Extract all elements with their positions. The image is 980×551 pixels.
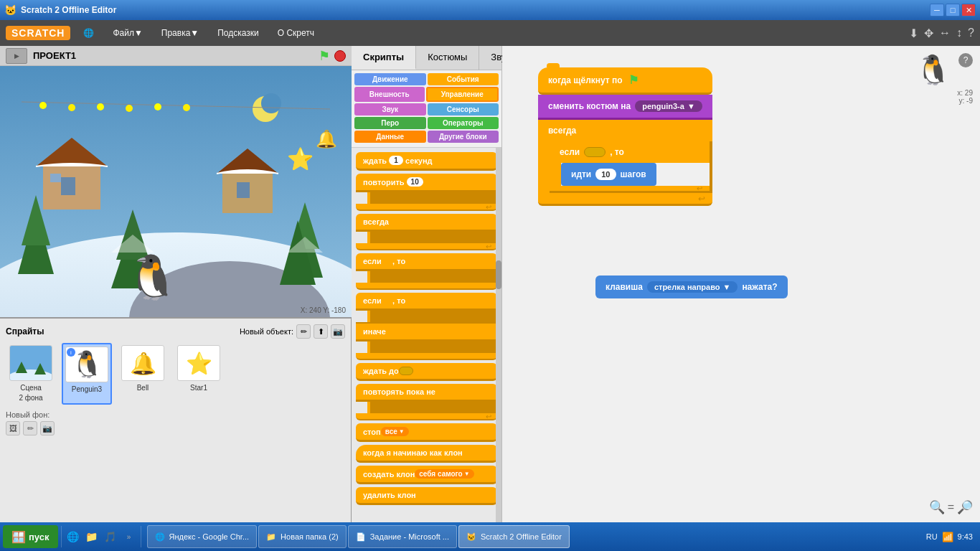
svg-rect-14 [61,177,75,195]
when-flag-block[interactable]: когда щёлкнут по ⚑ [538,67,712,95]
tips-menu[interactable]: Подсказки [212,25,265,41]
block-repeat-until-group: повторять пока не ↩ [356,384,497,420]
cat-pen-button[interactable]: Перо [354,117,426,129]
block-wait[interactable]: ждать 1 секунд [356,152,497,171]
svg-point-7 [68,104,75,111]
sprite-item-penguin[interactable]: 🐧 i Penguin3 [62,343,112,405]
cat-operators-button[interactable]: Операторы [428,117,499,129]
zoom-in-button[interactable]: 🔍 [929,499,945,515]
taskbar-divider-2 [141,526,141,547]
backdrop-camera-button[interactable]: 📷 [40,421,55,435]
key-pressed-block[interactable]: клавиша стрелка направо ▼ нажата? [595,276,788,298]
set-costume-text: сменить костюм на [548,101,631,111]
new-backdrop-label: Новый фон: [6,410,50,419]
move-icon[interactable]: ✥ [924,27,933,40]
cat-looks-button[interactable]: Внешность [354,87,425,102]
file-menu[interactable]: Файл▼ [107,25,148,41]
forever-block-top[interactable]: всегда [538,120,712,141]
help-icon[interactable]: ? [968,27,974,39]
taskbar-folder-icon[interactable]: 📁 [83,528,100,545]
taskbar-ie-icon[interactable]: 🌐 [65,528,82,545]
key-dropdown[interactable]: стрелка направо ▼ [647,281,738,293]
upload-sprite-button[interactable]: ⬆ [314,324,328,339]
help-button[interactable]: ? [958,53,973,67]
resize-v-icon[interactable]: ↕ [956,27,962,39]
if-block-top[interactable]: если , то [550,141,710,163]
paint-sprite-button[interactable]: ✏ [296,324,311,339]
cat-more-button[interactable]: Другие блоки [428,131,499,143]
script-stack-1: когда щёлкнут по ⚑ сменить костюм на pen… [538,67,712,206]
block-forever[interactable]: всегда [356,214,497,232]
center-panel: Скрипты Костюмы Звуки Движение События В… [352,46,502,522]
set-costume-block[interactable]: сменить костюм на penguin3-a ▼ [538,95,712,120]
tab-scripts[interactable]: Скрипты [352,46,416,70]
cat-control-button[interactable]: Управление [426,87,499,102]
block-clone-dropdown[interactable]: себя самого ▼ [415,469,473,479]
penguin-thumb: 🐧 i [65,347,108,382]
coords-display: х: 29 у: -9 [957,89,973,105]
taskbar-app-folder[interactable]: 📁 Новая папка (2) [258,525,347,548]
stage-thumbnail: ▶ [6,48,27,64]
costume-value: penguin3-a [642,102,684,110]
sprite-item-star[interactable]: ⭐ Star1 [174,343,224,405]
sprite-item-bell[interactable]: 🔔 Bell [118,343,168,405]
block-when-clone[interactable]: когда я начинаю как клон [356,445,497,463]
backdrop-image-button[interactable]: 🖼 [6,421,20,435]
lang-button[interactable]: RU [926,532,938,541]
word-icon: 📄 [356,532,366,542]
svg-point-4 [261,93,281,113]
cat-sensing-button[interactable]: Сенсоры [428,103,499,116]
blocks-scrollbar-thumb[interactable] [496,260,501,289]
minimize-button[interactable]: ─ [930,4,944,17]
block-ifelse-inner2 [367,342,497,353]
edit-menu[interactable]: Правка▼ [156,25,204,41]
block-ifelse-inner1 [367,311,497,322]
taskbar-more-icon[interactable]: » [121,528,138,545]
download-icon[interactable]: ⬇ [909,27,918,40]
costume-dropdown[interactable]: penguin3-a ▼ [635,100,702,112]
block-wait-until[interactable]: ждать до [356,363,497,381]
sprite-info-badge: i [67,348,75,357]
block-if[interactable]: если , то [356,253,497,271]
stop-button[interactable] [334,50,346,62]
resize-h-icon[interactable]: ↔ [939,27,951,39]
taskbar-app-word[interactable]: 📄 Задание - Microsoft ... [348,525,457,548]
tab-costumes[interactable]: Костюмы [416,46,479,70]
camera-sprite-button[interactable]: 📷 [331,324,345,339]
cat-data-button[interactable]: Данные [354,131,426,143]
taskbar-app-chrome[interactable]: 🌐 Яндекс - Google Chr... [147,525,258,548]
block-stop[interactable]: стоп все ▼ [356,423,497,442]
scripts-editor: ? 🐧 х: 29 у: -9 когда щёлкнут по ⚑ [502,46,980,522]
block-repeat-until[interactable]: повторять пока не [356,384,497,402]
zoom-out-button[interactable]: 🔎 [957,499,973,515]
cat-motion-button[interactable]: Движение [354,73,426,85]
cat-events-button[interactable]: События [428,73,499,85]
taskbar-media-icon[interactable]: 🎵 [102,528,119,545]
window-controls: ─ □ ✕ [930,4,976,17]
globe-button[interactable]: 🌐 [77,25,100,41]
about-menu[interactable]: О Скретч [272,25,320,41]
block-delete-clone[interactable]: удалить клон [356,487,497,505]
backdrop-paint-button[interactable]: ✏ [23,421,37,435]
block-forever-bottom: ↩ [356,243,497,250]
move-block[interactable]: идти 10 шагов [561,163,656,186]
maximize-button[interactable]: □ [946,4,960,17]
block-repeat[interactable]: повторить 10 [356,174,497,192]
block-create-clone[interactable]: создать клон себя самого ▼ [356,466,497,484]
block-stop-dropdown[interactable]: все ▼ [381,427,409,436]
scene-name: Сцена2 фона [19,384,42,402]
cat-sound-button[interactable]: Звук [354,103,426,116]
bell-sprite: 🔔 [316,128,337,149]
sprite-item-scene[interactable]: Сцена2 фона [6,343,56,405]
taskbar-app-scratch[interactable]: 🐱 Scratch 2 Offline Editor [458,525,570,548]
star-thumb: ⭐ [177,345,220,381]
block-ifelse[interactable]: если , то [356,293,497,311]
new-backdrop-section: Новый фон: 🖼 ✏ 📷 [6,410,345,435]
green-flag-button[interactable]: ⚑ [319,48,330,64]
categories-row-4: Перо Операторы [354,117,499,129]
zoom-reset-button[interactable]: = [948,501,954,514]
start-button[interactable]: 🪟 пуск [3,525,58,548]
block-wait-until-slot [399,367,413,375]
close-button[interactable]: ✕ [961,4,976,17]
scratch-logo: SCRATCH [6,26,70,40]
